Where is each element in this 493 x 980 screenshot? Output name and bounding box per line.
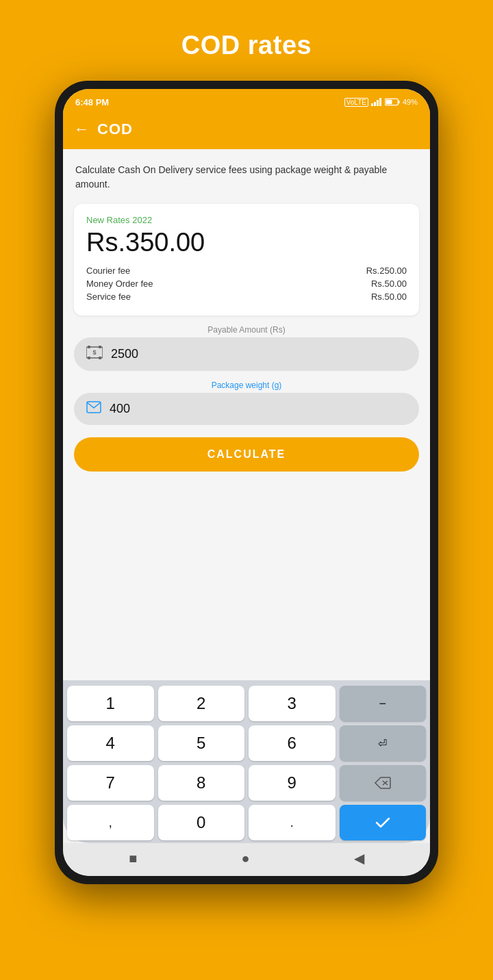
svg-rect-5	[399, 101, 400, 104]
service-fee-value: Rs.50.00	[371, 292, 407, 302]
back-button[interactable]: ←	[74, 120, 89, 138]
svg-rect-0	[371, 103, 373, 106]
svg-rect-13	[87, 402, 101, 413]
phone-screen: 6:48 PM VoLTE 49% ← COD	[63, 89, 430, 876]
volte-icon: VoLTE	[344, 98, 368, 107]
payable-amount-group: Payable Amount (Rs) $ 2500	[74, 325, 419, 371]
total-amount: Rs.350.00	[86, 228, 407, 257]
key-minus[interactable]: −	[340, 686, 427, 721]
status-bar: 6:48 PM VoLTE 49%	[63, 89, 430, 114]
description-text: Calculate Cash On Delivery service fees …	[74, 160, 419, 194]
money-order-fee-value: Rs.50.00	[371, 279, 407, 289]
key-dot[interactable]: .	[249, 805, 336, 840]
battery-icon	[385, 98, 400, 106]
key-3[interactable]: 3	[249, 686, 336, 721]
new-rates-label: New Rates 2022	[86, 215, 407, 225]
package-weight-input[interactable]: 400	[74, 393, 419, 425]
package-weight-group: Package weight (g) 400	[74, 381, 419, 425]
svg-rect-9	[99, 346, 101, 348]
service-fee-label: Service fee	[86, 292, 131, 302]
key-2[interactable]: 2	[158, 686, 245, 721]
money-icon: $	[86, 346, 103, 363]
money-order-fee-label: Money Order fee	[86, 279, 153, 289]
phone-frame: 6:48 PM VoLTE 49% ← COD	[55, 81, 438, 884]
key-comma[interactable]: ,	[67, 805, 154, 840]
status-time: 6:48 PM	[75, 97, 109, 107]
payable-amount-input[interactable]: $ 2500	[74, 337, 419, 371]
key-backspace[interactable]	[340, 765, 427, 801]
key-7[interactable]: 7	[67, 765, 154, 801]
svg-rect-8	[88, 346, 90, 348]
nav-square-icon[interactable]: ■	[129, 851, 137, 866]
result-card: New Rates 2022 Rs.350.00 Courier fee Rs.…	[74, 204, 419, 315]
key-9[interactable]: 9	[249, 765, 336, 801]
nav-bar: ■ ● ◀	[63, 843, 430, 876]
payable-amount-value: 2500	[111, 347, 407, 361]
svg-rect-1	[374, 102, 376, 106]
svg-rect-11	[99, 357, 101, 359]
fee-row-courier: Courier fee Rs.250.00	[86, 266, 407, 276]
mail-icon	[86, 401, 101, 417]
key-6[interactable]: 6	[249, 725, 336, 761]
keyboard: 1 2 3 − 4 5 6 ⏎ 7 8 9 , 0 .	[63, 680, 430, 843]
payable-amount-label: Payable Amount (Rs)	[74, 325, 419, 335]
key-0[interactable]: 0	[158, 805, 245, 840]
app-bar-title: COD	[97, 120, 133, 138]
spacer	[74, 484, 419, 669]
content-area: Calculate Cash On Delivery service fees …	[63, 149, 430, 680]
svg-rect-10	[88, 357, 90, 359]
svg-rect-2	[377, 100, 379, 106]
status-icons: VoLTE 49%	[344, 98, 418, 107]
calculate-button[interactable]: CALCULATE	[74, 437, 419, 472]
fee-row-service: Service fee Rs.50.00	[86, 292, 407, 302]
svg-rect-6	[385, 100, 392, 104]
svg-text:$: $	[92, 349, 96, 356]
nav-circle-icon[interactable]: ●	[241, 851, 249, 866]
key-1[interactable]: 1	[67, 686, 154, 721]
app-bar: ← COD	[63, 114, 430, 149]
nav-back-icon[interactable]: ◀	[354, 850, 364, 866]
fee-row-money-order: Money Order fee Rs.50.00	[86, 279, 407, 289]
courier-fee-value: Rs.250.00	[366, 266, 407, 276]
signal-icon	[371, 98, 382, 106]
key-4[interactable]: 4	[67, 725, 154, 761]
svg-rect-3	[379, 98, 381, 106]
key-done[interactable]	[340, 805, 427, 840]
package-weight-value: 400	[110, 402, 407, 416]
page-title: COD rates	[181, 31, 312, 60]
key-tab[interactable]: ⏎	[340, 725, 427, 761]
courier-fee-label: Courier fee	[86, 266, 130, 276]
key-8[interactable]: 8	[158, 765, 245, 801]
battery-percent: 49%	[403, 98, 418, 106]
package-weight-label: Package weight (g)	[74, 381, 419, 390]
key-5[interactable]: 5	[158, 725, 245, 761]
